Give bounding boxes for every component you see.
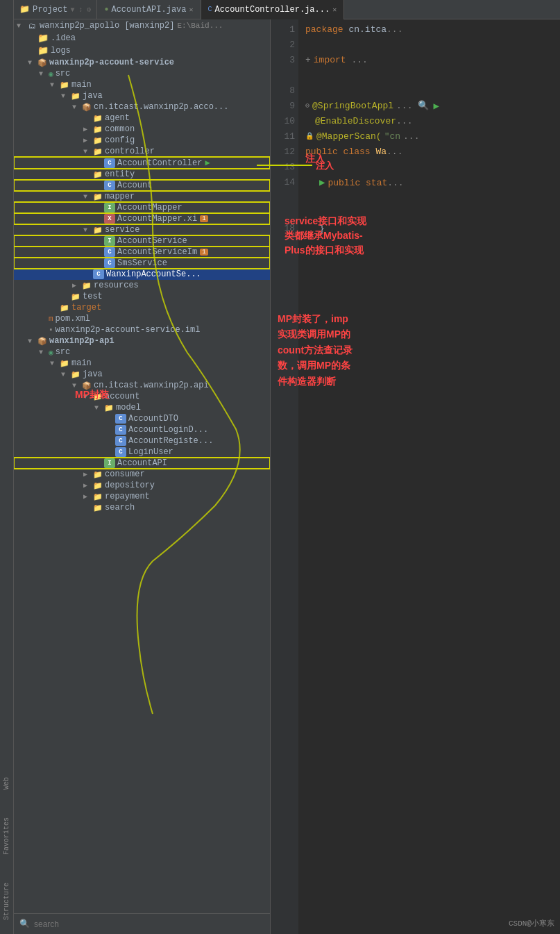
- account-api-tree-label: AccountAPI: [117, 458, 167, 468]
- wanxinp-account-label: WanxinpAccountSe...: [106, 269, 201, 279]
- mapper-xml-badge: 1: [200, 215, 207, 222]
- search-bar-icon: 🔍: [19, 919, 30, 929]
- main-label: main: [71, 80, 92, 90]
- favorites-tab[interactable]: Favorites: [3, 817, 10, 855]
- tab-account-api[interactable]: ● AccountAPI.java ✕: [97, 0, 201, 19]
- service-impl-badge: 1: [200, 249, 207, 256]
- tab-project-label: Project: [33, 5, 67, 15]
- sms-service-label: SmsService: [117, 258, 167, 268]
- tree-item-wanxinp-account[interactable]: C WanxinpAccountSe...: [14, 269, 270, 280]
- bottom-search-bar[interactable]: 🔍: [14, 913, 270, 934]
- tree-item-api-main[interactable]: ▼ 📁 main: [14, 358, 270, 369]
- tree-item-logs[interactable]: 📁 logs: [14, 44, 270, 57]
- account-controller-icon: C: [208, 6, 212, 13]
- account-service-label: AccountService: [117, 236, 187, 246]
- tree-item-account-api[interactable]: I AccountAPI: [14, 458, 270, 469]
- tree-item-target[interactable]: 📁 target: [14, 302, 270, 313]
- tree-item-common[interactable]: ▶ 📁 common: [14, 124, 270, 135]
- resources-label: resources: [94, 281, 139, 290]
- tree-item-accountregiste[interactable]: C AccountRegiste...: [14, 435, 270, 447]
- tree-item-account-controller[interactable]: C AccountController ▶: [14, 157, 270, 169]
- tree-item-api-package[interactable]: ▼ 📦 cn.itcast.wanxinp2p.api: [14, 380, 270, 391]
- tree-view[interactable]: ▼ 🗂 wanxinp2p_apollo [wanxinp2] E:\Baid.…: [14, 19, 270, 913]
- tree-item-accountdto[interactable]: C AccountDTO: [14, 413, 270, 424]
- iml-label: wanxinp2p-account-service.iml: [56, 325, 201, 335]
- tree-item-mapper[interactable]: ▼ 📁 mapper: [14, 191, 270, 202]
- tab-account-api-close[interactable]: ✕: [189, 6, 194, 14]
- tree-item-service[interactable]: ▼ 📁 service: [14, 224, 270, 235]
- tree-item-java[interactable]: ▼ 📁 java: [14, 90, 270, 101]
- tab-account-controller-close[interactable]: ✕: [332, 6, 337, 14]
- tree-item-account-service-module[interactable]: ▼ 📦 wanxinp2p-account-service: [14, 57, 270, 68]
- package-label: cn.itcast.wanxinp2p.acco...: [94, 102, 228, 112]
- web-tab[interactable]: Web: [3, 777, 10, 790]
- tree-item-account-service-impl[interactable]: C AccountServiceIm 1: [14, 247, 270, 258]
- tab-bar: 📁 Project ▼ ↕ ⚙ ● AccountAPI.java ✕ C Ac…: [14, 0, 560, 19]
- test-label: test: [83, 292, 103, 301]
- entity-label: entity: [105, 169, 135, 179]
- tree-item-accountlogind[interactable]: C AccountLoginD...: [14, 424, 270, 435]
- accountdto-label: AccountDTO: [128, 414, 178, 424]
- logs-label: logs: [51, 46, 71, 56]
- tree-item-root[interactable]: ▼ 🗂 wanxinp2p_apollo [wanxinp2] E:\Baid.…: [14, 19, 270, 32]
- tree-item-consumer[interactable]: ▶ 📁 consumer: [14, 469, 270, 480]
- tree-item-pom[interactable]: m pom.xml: [14, 313, 270, 324]
- tree-item-entity[interactable]: 📁 entity: [14, 169, 270, 180]
- tree-item-account-mapper-xml[interactable]: X AccountMapper.xi 1: [14, 213, 270, 224]
- accountlogind-icon: C: [115, 425, 126, 435]
- accountregiste-label: AccountRegiste...: [128, 436, 213, 446]
- account-service-impl-label: AccountServiceIm: [117, 247, 197, 257]
- tree-item-package[interactable]: ▼ 📦 cn.itcast.wanxinp2p.acco...: [14, 101, 270, 112]
- tree-item-api-java[interactable]: ▼ 📁 java: [14, 369, 270, 380]
- config-label: config: [105, 135, 135, 145]
- service-label: service: [105, 225, 139, 235]
- tab-account-controller[interactable]: C AccountController.ja... ✕: [201, 0, 345, 19]
- tree-item-config[interactable]: ▶ 📁 config: [14, 135, 270, 146]
- tree-item-resources[interactable]: ▶ 📁 resources: [14, 280, 270, 291]
- tree-item-iml[interactable]: ▪ wanxinp2p-account-service.iml: [14, 324, 270, 335]
- tree-item-account-folder[interactable]: ▼ 📁 account: [14, 391, 270, 402]
- project-tab-arrows: ▼ ↕ ⚙: [70, 6, 91, 14]
- root-path: E:\Baid...: [177, 22, 223, 30]
- structure-tab[interactable]: Structure: [3, 883, 10, 920]
- tree-item-account-service[interactable]: I AccountService: [14, 235, 270, 247]
- project-panel: ▼ 🗂 wanxinp2p_apollo [wanxinp2] E:\Baid.…: [14, 19, 271, 934]
- account-api-icon: ●: [104, 6, 108, 13]
- tree-item-account[interactable]: C Account: [14, 180, 270, 191]
- watermark: CSDN@小寒东: [509, 918, 554, 928]
- tab-project[interactable]: 📁 Project ▼ ↕ ⚙: [14, 0, 97, 19]
- tree-item-agent[interactable]: 📁 agent: [14, 112, 270, 124]
- target-label: target: [71, 303, 101, 312]
- repayment-label: repayment: [105, 492, 150, 501]
- tree-item-api-module[interactable]: ▼ 📦 wanxinp2p-api: [14, 335, 270, 347]
- account-api-interface-icon: I: [104, 458, 115, 468]
- account-label: Account: [117, 181, 152, 190]
- tree-item-api-src[interactable]: ▼ ◉ src: [14, 347, 270, 358]
- api-java-label: java: [83, 369, 103, 379]
- tree-item-idea[interactable]: 📁 .idea: [14, 32, 270, 44]
- model-label: model: [116, 403, 141, 412]
- tree-item-src[interactable]: ▼ ◉ src: [14, 68, 270, 79]
- common-label: common: [105, 124, 135, 134]
- account-mapper-icon: I: [104, 203, 115, 212]
- tree-item-sms-service[interactable]: C SmsService: [14, 258, 270, 269]
- accountlogind-label: AccountLoginD...: [128, 425, 208, 435]
- account-service-module-label: wanxinp2p-account-service: [49, 58, 174, 67]
- tree-item-search[interactable]: 📁 search: [14, 502, 270, 513]
- tree-item-model[interactable]: ▼ 📁 model: [14, 402, 270, 413]
- api-package-label: cn.itcast.wanxinp2p.api: [94, 381, 209, 390]
- tree-item-controller[interactable]: ▼ 📁 controller: [14, 146, 270, 157]
- tree-item-test[interactable]: 📁 test: [14, 291, 270, 302]
- search-input[interactable]: [34, 919, 264, 929]
- tree-item-main[interactable]: ▼ 📁 main: [14, 79, 270, 90]
- tree-item-account-mapper[interactable]: I AccountMapper: [14, 202, 270, 213]
- consumer-label: consumer: [105, 469, 145, 479]
- tree-item-repayment[interactable]: ▶ 📁 repayment: [14, 491, 270, 502]
- account-controller-label: AccountController: [117, 158, 202, 168]
- tree-item-depository[interactable]: ▶ 📁 depository: [14, 480, 270, 491]
- account-service-impl-icon: C: [104, 247, 115, 257]
- left-sidebar-tabs: Web Favorites Structure: [0, 0, 14, 934]
- tree-item-loginuser[interactable]: C LoginUser: [14, 447, 270, 458]
- api-module-label: wanxinp2p-api: [49, 336, 114, 346]
- wanxinp-account-icon: C: [93, 269, 104, 279]
